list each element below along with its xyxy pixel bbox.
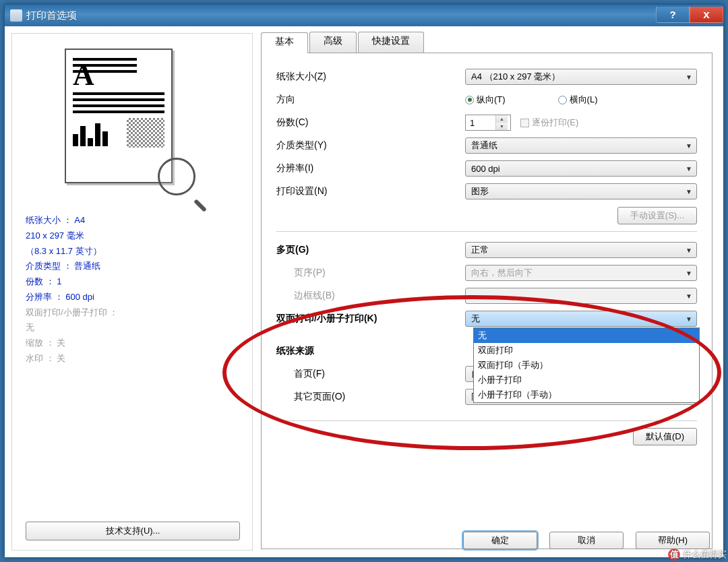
chevron-down-icon: ▼ <box>683 247 695 254</box>
info-paper-mm: 210 x 297 毫米 <box>26 228 239 244</box>
app-icon <box>10 9 22 22</box>
tab-advanced[interactable]: 高级 <box>309 32 357 53</box>
ok-button[interactable]: 确定 <box>463 532 537 549</box>
duplex-option[interactable]: 无 <box>474 328 699 343</box>
tab-strip: 基本 高级 快捷设置 <box>261 32 712 53</box>
help-button[interactable]: ? <box>656 7 690 23</box>
chevron-down-icon: ▼ <box>683 73 695 81</box>
help-button[interactable]: 帮助(H) <box>636 532 710 549</box>
label-paper-source: 纸张来源 <box>276 345 465 357</box>
chevron-down-icon: ▼ <box>683 315 695 323</box>
info-paper-size: 纸张大小 ： A4 <box>26 213 239 228</box>
combo-duplex[interactable]: 无▼ <box>465 311 697 327</box>
chevron-down-icon: ▼ <box>683 270 695 277</box>
label-resolution: 分辨率(I) <box>276 162 465 175</box>
dialog-buttons: 确定 取消 帮助(H) <box>463 532 710 549</box>
watermark: 值 什么值得买 <box>668 549 727 561</box>
support-button[interactable]: 技术支持(U)... <box>26 522 240 540</box>
info-copies: 份数 ： 1 <box>26 274 239 290</box>
window-title: 打印首选项 <box>26 9 656 22</box>
info-duplex-label: 双面打印/小册子打印 ： <box>26 305 239 321</box>
page-preview: A <box>65 49 200 197</box>
close-button[interactable]: x <box>690 7 723 23</box>
label-orientation: 方向 <box>276 94 465 106</box>
settings-panel: 基本 高级 快捷设置 纸张大小(Z) A4 （210 x 297 毫米）▼ 方向… <box>253 26 723 557</box>
spin-down-icon[interactable]: ▼ <box>496 123 508 130</box>
label-other-pages: 其它页面(O) <box>276 391 465 403</box>
combo-border: ▼ <box>465 288 697 304</box>
copies-spinbox[interactable]: ▲▼ <box>465 115 511 131</box>
preview-info: 纸张大小 ： A4 210 x 297 毫米 （8.3 x 11.7 英寸） 介… <box>26 213 239 367</box>
duplex-option[interactable]: 小册子打印 <box>474 373 699 387</box>
duplex-option[interactable]: 双面打印 <box>474 343 699 358</box>
watermark-icon: 值 <box>668 549 680 561</box>
titlebar: 打印首选项 ? x <box>5 5 723 26</box>
chevron-down-icon: ▼ <box>683 188 695 195</box>
tab-basic[interactable]: 基本 <box>261 32 308 53</box>
info-duplex-val: 无 <box>26 320 239 336</box>
label-page-order: 页序(P) <box>276 267 465 279</box>
duplex-option[interactable]: 双面打印（手动） <box>474 358 699 373</box>
tab-quick[interactable]: 快捷设置 <box>358 32 424 53</box>
info-media: 介质类型 ： 普通纸 <box>26 259 239 274</box>
chevron-down-icon: ▼ <box>683 165 695 173</box>
label-media-type: 介质类型(Y) <box>276 139 465 152</box>
chevron-down-icon: ▼ <box>683 142 695 150</box>
checkbox-collate: 逐份打印(E) <box>520 117 578 129</box>
duplex-option[interactable]: 小册子打印（手动） <box>474 387 699 402</box>
combo-print-settings[interactable]: 图形▼ <box>465 183 697 199</box>
combo-media-type[interactable]: 普通纸▼ <box>465 137 697 154</box>
copies-input[interactable] <box>466 115 495 130</box>
radio-landscape[interactable]: 横向(L) <box>558 94 598 106</box>
combo-multipage[interactable]: 正常▼ <box>465 242 697 258</box>
tab-body-basic: 纸张大小(Z) A4 （210 x 297 毫米）▼ 方向 纵向(T) 横向(L… <box>261 53 712 549</box>
combo-page-order: 向右，然后向下▼ <box>465 265 697 281</box>
info-watermark: 水印 ： 关 <box>26 351 239 367</box>
manual-settings-button: 手动设置(S)... <box>617 207 697 224</box>
print-preferences-window: 打印首选项 ? x A 纸张大小 ： A4 <box>4 4 724 558</box>
label-duplex: 双面打印/小册子打印(K) <box>276 313 465 325</box>
cancel-button[interactable]: 取消 <box>549 532 624 549</box>
info-paper-in: （8.3 x 11.7 英寸） <box>26 244 239 259</box>
magnifier-icon <box>158 158 205 205</box>
label-copies: 份数(C) <box>276 117 465 129</box>
combo-paper-size[interactable]: A4 （210 x 297 毫米）▼ <box>465 69 697 85</box>
watermark-text: 什么值得买 <box>683 549 727 561</box>
label-paper-size: 纸张大小(Z) <box>276 71 465 83</box>
defaults-button[interactable]: 默认值(D) <box>633 428 697 445</box>
combo-resolution[interactable]: 600 dpi▼ <box>465 160 697 177</box>
label-first-page: 首页(F) <box>276 368 465 380</box>
label-multipage: 多页(G) <box>276 244 465 256</box>
label-border: 边框线(B) <box>276 290 465 302</box>
info-scaling: 缩放 ： 关 <box>26 336 239 351</box>
preview-panel: A 纸张大小 ： A4 210 x 297 毫米 （8.3 x 11.7 英寸）… <box>11 33 253 551</box>
radio-portrait[interactable]: 纵向(T) <box>465 94 506 106</box>
label-print-settings: 打印设置(N) <box>276 185 465 197</box>
spin-up-icon[interactable]: ▲ <box>496 115 508 123</box>
duplex-dropdown: 无 双面打印 双面打印（手动） 小册子打印 小册子打印（手动） <box>473 327 700 403</box>
info-resolution: 分辨率 ： 600 dpi <box>26 290 239 305</box>
chevron-down-icon: ▼ <box>683 292 695 300</box>
